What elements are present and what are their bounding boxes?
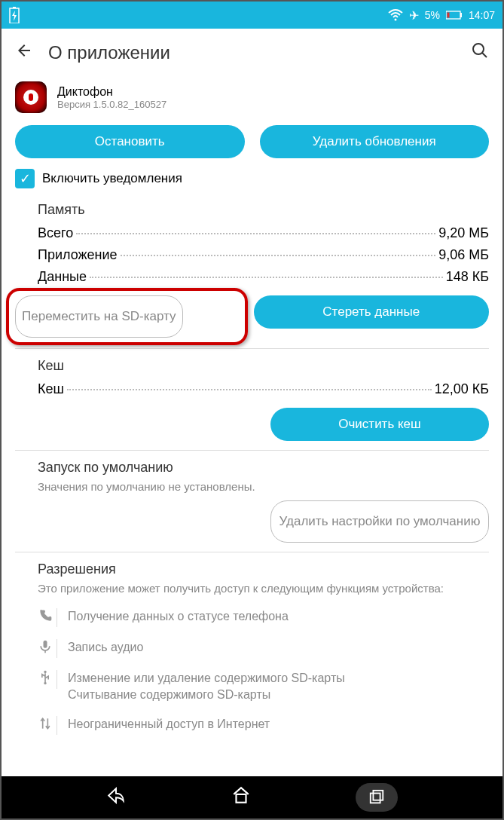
cache-section-title: Кеш [38,358,489,374]
phone-icon [38,608,57,627]
permission-text: Изменение или удаление содержимого SD-ка… [68,670,345,704]
search-icon[interactable] [471,41,489,64]
svg-rect-6 [447,13,449,18]
permissions-section-title: Разрешения [38,561,489,577]
svg-rect-17 [371,794,380,803]
svg-marker-2 [12,11,17,21]
app-info-row: Диктофон Версия 1.5.0.82_160527 [15,77,489,125]
permission-text: Получение данных о статусе телефона [68,608,289,625]
enable-notifications-row[interactable]: ✓ Включить уведомления [15,169,489,188]
svg-point-3 [394,19,396,21]
nav-home-icon[interactable] [231,785,251,809]
app-icon [15,81,47,113]
svg-point-7 [473,44,484,54]
checkbox-checked-icon[interactable]: ✓ [15,169,35,188]
back-arrow-icon[interactable] [15,41,33,65]
memory-total-row: Всего 9,20 МБ [38,222,489,244]
svg-point-13 [44,682,46,684]
nav-back-icon[interactable] [106,785,126,809]
navigation-bar [2,776,502,818]
battery-charging-icon [9,7,20,23]
clock: 14:07 [469,9,495,21]
battery-level-icon [446,11,463,20]
svg-rect-18 [373,791,383,800]
nav-recent-icon[interactable] [356,783,398,812]
svg-rect-9 [44,641,47,648]
permission-row-network: Неограниченный доступ в Интернет [38,710,489,741]
page-title: О приложении [48,42,456,63]
clear-data-button[interactable]: Стереть данные [254,295,490,329]
svg-rect-16 [236,794,246,803]
battery-percent: 5% [425,9,440,21]
delete-updates-button[interactable]: Удалить обновления [260,125,490,158]
permission-text: Неограниченный доступ в Интернет [68,716,270,733]
status-bar: ✈ 5% 14:07 [2,2,502,29]
airplane-mode-icon: ✈ [409,8,419,23]
app-version: Версия 1.5.0.82_160527 [57,99,166,110]
defaults-subtitle: Значения по умолчанию не установлены. [38,480,489,493]
permission-row-phone: Получение данных о статусе телефона [38,602,489,633]
app-header: О приложении [2,29,502,77]
app-name: Диктофон [57,85,166,99]
defaults-section-title: Запуск по умолчанию [38,460,489,476]
move-to-sd-button[interactable]: Переместить на SD-карту [15,295,183,338]
mic-icon [38,639,57,658]
network-icon [38,716,57,735]
clear-cache-button[interactable]: Очистить кеш [270,408,489,441]
cache-row: Кеш 12,00 КБ [38,378,489,400]
svg-line-8 [482,53,487,57]
permission-text: Запись аудио [68,639,143,656]
permissions-subtitle: Это приложение может получить доступ к с… [38,582,489,595]
permission-row-usb: Изменение или удаление содержимого SD-ка… [38,664,489,710]
svg-rect-5 [460,13,462,17]
svg-point-11 [44,671,46,673]
memory-app-row: Приложение 9,06 МБ [38,244,489,266]
delete-defaults-button[interactable]: Удалить настройки по умолчанию [270,500,489,543]
memory-data-row: Данные 148 КБ [38,266,489,288]
stop-button[interactable]: Остановить [15,125,245,158]
usb-icon [38,670,57,689]
permission-row-mic: Запись аудио [38,633,489,664]
wifi-icon [388,9,403,21]
memory-section-title: Память [38,202,489,218]
enable-notifications-label: Включить уведомления [42,171,182,186]
